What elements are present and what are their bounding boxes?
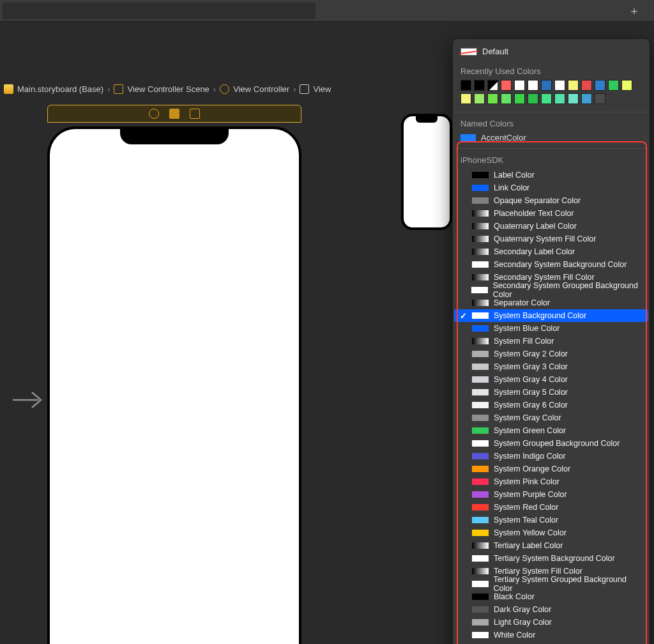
- sdk-color-row[interactable]: Secondary System Background Color: [453, 258, 650, 271]
- sdk-color-swatch: [472, 402, 489, 408]
- sdk-color-swatch: [472, 479, 489, 485]
- storyboard-doc-icon: [4, 84, 13, 94]
- sdk-color-label: System Gray Color: [494, 413, 561, 422]
- sdk-color-row[interactable]: Quaternary Label Color: [453, 220, 650, 233]
- view-controller[interactable]: [47, 105, 301, 644]
- recent-colors-heading: Recently Used Colors: [453, 60, 650, 79]
- recent-color-swatch[interactable]: [528, 80, 538, 91]
- initial-segue-arrow-icon[interactable]: [11, 390, 45, 412]
- breadcrumb-item[interactable]: View: [313, 84, 331, 94]
- sdk-color-row[interactable]: Label Color: [453, 169, 650, 181]
- sdk-color-swatch: [472, 236, 489, 242]
- sdk-color-row[interactable]: System Yellow Color: [453, 526, 650, 539]
- recent-color-swatch[interactable]: [608, 80, 619, 91]
- recent-color-swatch[interactable]: [554, 93, 565, 104]
- root-view[interactable]: [50, 129, 299, 644]
- sdk-color-row[interactable]: System Gray Color: [453, 411, 650, 424]
- sdk-color-label: White Color: [494, 631, 535, 640]
- sdk-color-row[interactable]: System Fill Color: [453, 335, 650, 348]
- sdk-color-swatch: [472, 594, 489, 600]
- sdk-color-row[interactable]: Placeholder Text Color: [453, 207, 650, 220]
- breadcrumb-item[interactable]: View Controller Scene: [127, 84, 209, 94]
- sdk-color-row[interactable]: System Gray 6 Color: [453, 399, 650, 411]
- sdk-color-row[interactable]: System Gray 3 Color: [453, 360, 650, 373]
- recent-color-swatch[interactable]: [581, 93, 592, 104]
- recent-color-swatch[interactable]: [528, 93, 538, 104]
- sdk-color-row[interactable]: System Orange Color: [453, 463, 650, 475]
- breadcrumb-item[interactable]: View Controller: [233, 84, 289, 94]
- sdk-color-row[interactable]: System Gray 2 Color: [453, 348, 650, 360]
- sdk-color-swatch: [472, 440, 489, 447]
- sdk-color-row[interactable]: System Blue Color: [453, 322, 650, 335]
- recent-colors-grid: [453, 79, 650, 108]
- sdk-color-row[interactable]: Tertiary System Background Color: [453, 552, 650, 565]
- sdk-color-row[interactable]: System Grouped Background Color: [453, 437, 650, 450]
- chevron-right-icon: ›: [293, 84, 296, 94]
- sdk-color-swatch: [472, 568, 489, 574]
- recent-color-swatch[interactable]: [621, 80, 632, 91]
- recent-color-swatch[interactable]: [501, 80, 512, 91]
- recent-color-swatch[interactable]: [581, 80, 592, 91]
- sdk-color-row[interactable]: Secondary Label Color: [453, 245, 650, 258]
- recent-color-swatch[interactable]: [595, 80, 605, 91]
- recent-color-swatch[interactable]: [487, 93, 498, 104]
- named-color-label: AccentColor: [481, 133, 526, 142]
- sdk-color-row[interactable]: System Gray 5 Color: [453, 386, 650, 399]
- sdk-color-row[interactable]: System Purple Color: [453, 488, 650, 501]
- plus-icon[interactable]: ＋: [628, 3, 640, 19]
- sdk-color-row[interactable]: Opaque Separator Color: [453, 194, 650, 207]
- sdk-color-row[interactable]: ✓System Background Color: [454, 309, 648, 322]
- sdk-color-row[interactable]: Secondary System Grouped Background Colo…: [453, 284, 650, 296]
- sdk-color-label: System Gray 5 Color: [494, 388, 568, 397]
- scene-icon: [114, 84, 123, 94]
- sdk-color-swatch: [472, 491, 489, 498]
- recent-color-swatch[interactable]: [460, 80, 471, 91]
- recent-color-swatch[interactable]: [460, 93, 471, 104]
- sdk-color-swatch: [472, 555, 489, 562]
- sdk-color-swatch: [472, 249, 489, 255]
- vc-title-bar[interactable]: [47, 105, 301, 123]
- sdk-color-row[interactable]: Light Gray Color: [453, 616, 650, 629]
- sdk-color-row[interactable]: Tertiary System Grouped Background Color: [453, 578, 650, 590]
- recent-color-swatch[interactable]: [514, 93, 525, 104]
- sdk-color-row[interactable]: System Red Color: [453, 501, 650, 514]
- recent-color-swatch[interactable]: [541, 93, 552, 104]
- sdk-color-swatch: [472, 619, 489, 625]
- sdk-color-row[interactable]: System Teal Color: [453, 514, 650, 526]
- breadcrumb-item[interactable]: Main.storyboard (Base): [17, 84, 103, 94]
- vc-icon[interactable]: [149, 109, 159, 119]
- sdk-color-row[interactable]: Link Color: [453, 181, 650, 194]
- sdk-color-row[interactable]: System Pink Color: [453, 475, 650, 488]
- color-default[interactable]: Default: [453, 44, 650, 59]
- sdk-color-row[interactable]: System Green Color: [453, 424, 650, 437]
- recent-color-swatch[interactable]: [568, 93, 579, 104]
- exit-icon[interactable]: [190, 109, 200, 119]
- sdk-color-label: System Teal Color: [494, 516, 558, 525]
- sdk-color-swatch: [472, 338, 489, 344]
- recent-color-swatch[interactable]: [474, 80, 485, 91]
- recent-color-swatch[interactable]: [514, 80, 525, 91]
- recent-color-swatch[interactable]: [474, 93, 485, 104]
- sdk-color-row[interactable]: System Gray 4 Color: [453, 373, 650, 386]
- sdk-color-label: System Background Color: [494, 311, 586, 320]
- sdk-color-row[interactable]: Quaternary System Fill Color: [453, 233, 650, 245]
- sdk-heading: iPhoneSDK: [453, 148, 650, 167]
- sdk-color-row[interactable]: Dark Gray Color: [453, 603, 650, 616]
- sdk-color-row[interactable]: Clear Color: [453, 641, 650, 644]
- recent-color-swatch[interactable]: [568, 80, 579, 91]
- color-default-label: Default: [482, 47, 508, 56]
- sdk-color-row[interactable]: White Color: [453, 629, 650, 641]
- recent-color-swatch[interactable]: [554, 80, 565, 91]
- sdk-color-row[interactable]: System Indigo Color: [453, 450, 650, 463]
- recent-color-swatch[interactable]: [541, 80, 552, 91]
- named-color-row[interactable]: AccentColor: [453, 131, 650, 144]
- sdk-color-label: Tertiary System Fill Color: [494, 567, 582, 576]
- sdk-color-swatch: [472, 453, 489, 459]
- recent-color-swatch[interactable]: [595, 93, 605, 104]
- recent-color-swatch[interactable]: [501, 93, 512, 104]
- sdk-color-row[interactable]: Tertiary Label Color: [453, 539, 650, 552]
- first-responder-icon[interactable]: [169, 109, 179, 119]
- recent-color-swatch[interactable]: [487, 80, 498, 91]
- tab-strip[interactable]: [3, 3, 316, 19]
- sdk-color-label: Dark Gray Color: [494, 605, 551, 614]
